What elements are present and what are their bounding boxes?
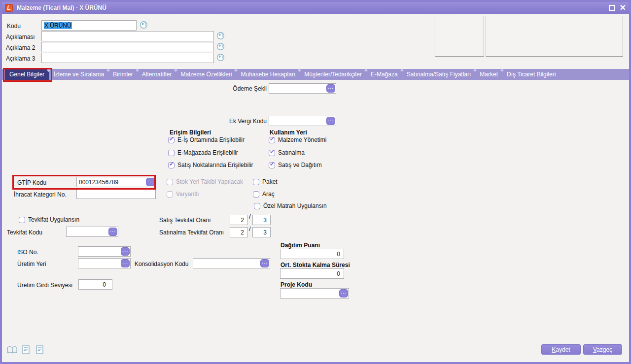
uretim-yeri-input[interactable]: [78, 258, 131, 268]
open-book-icon[interactable]: [7, 346, 18, 354]
tab-e-magaza[interactable]: E-Mağaza: [366, 69, 402, 80]
checkbox-label: Stok Yeri Takibi Yapılacak: [176, 178, 243, 185]
checkbox-stok-yeri-takibi: Stok Yeri Takibi Yapılacak: [167, 178, 243, 185]
ort-stokta-kalma-suresi-input[interactable]: 0: [280, 268, 344, 279]
checkbox-icon: [254, 203, 260, 209]
aciklamasi-label: Açıklaması: [6, 33, 35, 40]
kullanim-yeri-header: Kullanım Yeri: [270, 129, 307, 136]
uretim-girdi-seviyesi-label: Üretim Girdi Seviyesi: [17, 282, 72, 289]
oran-separator: /: [249, 225, 251, 232]
odeme-sekli-label: Ödeme Şekli: [217, 85, 267, 92]
checkbox-label: Tevkifat Uygulansın: [28, 216, 79, 223]
checkbox-arac[interactable]: Araç: [253, 191, 275, 198]
dagitim-puani-input[interactable]: 0: [280, 249, 344, 259]
checkbox-icon: [253, 179, 259, 185]
tab-malzeme-ozellikleri[interactable]: Malzeme Özellikleri: [176, 69, 236, 80]
maximize-icon[interactable]: [609, 5, 615, 11]
vazgec-button[interactable]: Vazgeç: [583, 344, 622, 355]
checkbox-icon: [269, 150, 275, 156]
satinalma-tevkifat-pay-input[interactable]: 2: [230, 227, 248, 237]
konsolidasyon-kodu-input[interactable]: [193, 258, 270, 268]
satis-tevkifat-payda-input[interactable]: 3: [252, 215, 271, 225]
tab-genel-bilgiler[interactable]: Genel Bilgiler: [5, 69, 49, 80]
ihracat-kategori-label: İhracat Kategori No.: [14, 191, 67, 198]
globe-icon[interactable]: [216, 32, 225, 40]
window-body: Kodu X ÜRÜNÜ Açıklaması Açıklama 2 Açıkl…: [2, 14, 629, 362]
aciklamasi-input[interactable]: [41, 31, 214, 41]
checkbox-varyantli: Varyantlı: [167, 191, 199, 198]
ek-vergi-kodu-input[interactable]: [269, 116, 336, 126]
aciklama2-input[interactable]: [41, 42, 214, 52]
ellipsis-button[interactable]: [121, 247, 130, 256]
checkbox-label: Satınalma: [278, 149, 305, 156]
globe-icon[interactable]: [140, 21, 148, 29]
checkbox-tevkifat-uygulansin[interactable]: Tevkifat Uygulansın: [19, 216, 79, 223]
odeme-sekli-input[interactable]: [269, 83, 336, 94]
satinalma-tevkifat-orani-label: Satınalma Tevkifat Oranı: [159, 229, 224, 236]
kaydet-button[interactable]: Kaydet: [541, 344, 581, 355]
ellipsis-button[interactable]: [121, 259, 130, 267]
gtip-kodu-input[interactable]: 000123456789: [76, 177, 156, 187]
checkbox-icon: [167, 191, 173, 198]
ellipsis-button[interactable]: [108, 228, 117, 236]
tab-birimler[interactable]: Birimler: [108, 69, 138, 80]
checkbox-satinalma[interactable]: Satınalma: [269, 149, 305, 156]
window-title: Malzeme (Ticari Mal) - X ÜRÜNÜ: [17, 4, 106, 11]
ihracat-kategori-input[interactable]: [76, 189, 156, 199]
checkbox-icon: [168, 150, 175, 156]
close-icon[interactable]: ✕: [620, 4, 626, 12]
checkbox-malzeme-yonetimi[interactable]: Malzeme Yönetimi: [269, 136, 326, 143]
erisim-bilgileri-header: Erişim Bilgileri: [170, 129, 211, 136]
kodu-input[interactable]: X ÜRÜNÜ: [41, 20, 137, 31]
proje-kodu-input[interactable]: [280, 288, 349, 298]
aciklama3-input[interactable]: [41, 53, 214, 63]
preview-panel-wide: [486, 16, 623, 57]
globe-icon[interactable]: [216, 42, 225, 51]
uretim-girdi-seviyesi-input[interactable]: 0: [78, 279, 112, 290]
checkbox-icon: [269, 137, 275, 143]
tab-dis-ticaret-bilgileri[interactable]: Dış Ticaret Bilgileri: [502, 69, 560, 80]
tab-market[interactable]: Market: [475, 69, 502, 80]
aciklama3-label: Açıklama 3: [6, 55, 35, 62]
material-card-window: L Malzeme (Ticari Mal) - X ÜRÜNÜ ✕ Kodu …: [0, 0, 631, 364]
checkbox-satis-noktalarinda-erisilebilir[interactable]: Satış Noktalarında Erişilebilir: [168, 162, 253, 168]
gtip-kodu-label: GTİP Kodu: [17, 179, 46, 186]
ellipsis-button[interactable]: [326, 117, 335, 125]
konsolidasyon-kodu-label: Konsolidasyon Kodu: [135, 261, 188, 267]
globe-icon[interactable]: [216, 53, 225, 62]
checkbox-icon: [269, 162, 275, 168]
kodu-selected-text: X ÜRÜNÜ: [44, 22, 72, 29]
satis-tevkifat-pay-input[interactable]: 2: [230, 215, 248, 225]
iso-no-input[interactable]: [78, 246, 131, 257]
checkbox-label: E-Mağazada Erişilebilir: [177, 149, 238, 156]
note-document-icon[interactable]: [36, 345, 43, 354]
checkbox-label: Varyantlı: [176, 191, 199, 198]
checkbox-label: Malzeme Yönetimi: [278, 136, 326, 143]
ellipsis-button[interactable]: [339, 289, 348, 298]
tab-alternatifler[interactable]: Alternatifler: [138, 69, 176, 80]
ellipsis-button[interactable]: [260, 259, 269, 267]
ellipsis-button[interactable]: [146, 178, 155, 186]
checkbox-label: Paket: [262, 178, 278, 185]
checkbox-emagazada-erisilebilir[interactable]: E-Mağazada Erişilebilir: [168, 149, 238, 156]
tevkifat-kodu-input[interactable]: [66, 227, 118, 237]
oran-separator: /: [249, 213, 251, 220]
tab-izleme-ve-siralama[interactable]: İzleme ve Sıralama: [49, 69, 108, 80]
iso-no-label: ISO No.: [17, 249, 38, 256]
checkbox-icon: [167, 179, 173, 185]
dagitim-puani-label: Dağıtım Puanı: [280, 242, 320, 249]
checkbox-satis-ve-dagitim[interactable]: Satış ve Dağıtım: [269, 162, 322, 168]
note-document-icon[interactable]: [22, 345, 30, 354]
kodu-label: Kodu: [7, 23, 21, 30]
checkbox-paket[interactable]: Paket: [253, 178, 278, 185]
tab-satinalma-satis-fiyatlari[interactable]: Satınalma/Satış Fiyatları: [402, 69, 476, 80]
tab-muhasebe-hesaplari[interactable]: Muhasebe Hesapları: [236, 69, 300, 80]
ek-vergi-kodu-label: Ek Vergi Kodu: [212, 118, 267, 125]
tab-bar: Genel Bilgiler İzleme ve Sıralama Biriml…: [2, 69, 629, 80]
title-bar[interactable]: L Malzeme (Ticari Mal) - X ÜRÜNÜ ✕: [2, 2, 629, 14]
checkbox-eis-ortaminda-erisilebilir[interactable]: E-İş Ortamında Erişilebilir: [168, 136, 245, 143]
satinalma-tevkifat-payda-input[interactable]: 3: [252, 227, 271, 237]
tab-musteriler-tedarikciler[interactable]: Müşteriler/Tedarikçiler: [300, 69, 366, 80]
checkbox-ozel-matrah[interactable]: Özel Matrah Uygulansın: [254, 202, 327, 209]
ellipsis-button[interactable]: [326, 84, 335, 93]
